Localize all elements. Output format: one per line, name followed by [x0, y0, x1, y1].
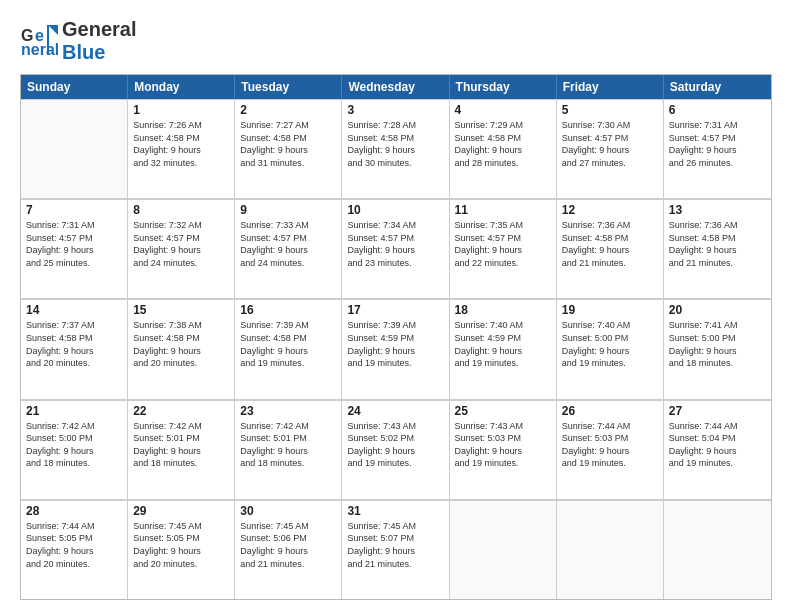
day-info: Sunrise: 7:39 AM Sunset: 4:58 PM Dayligh…	[240, 319, 336, 369]
day-info: Sunrise: 7:42 AM Sunset: 5:01 PM Dayligh…	[240, 420, 336, 470]
calendar-cell	[21, 99, 128, 198]
calendar: SundayMondayTuesdayWednesdayThursdayFrid…	[20, 74, 772, 600]
calendar-row-5: 28Sunrise: 7:44 AM Sunset: 5:05 PM Dayli…	[21, 500, 771, 599]
calendar-cell	[450, 500, 557, 599]
calendar-cell: 3Sunrise: 7:28 AM Sunset: 4:58 PM Daylig…	[342, 99, 449, 198]
day-info: Sunrise: 7:44 AM Sunset: 5:05 PM Dayligh…	[26, 520, 122, 570]
calendar-cell: 12Sunrise: 7:36 AM Sunset: 4:58 PM Dayli…	[557, 199, 664, 298]
calendar-cell: 25Sunrise: 7:43 AM Sunset: 5:03 PM Dayli…	[450, 400, 557, 499]
page: G e neral GeneralBlue SundayMondayTuesda…	[0, 0, 792, 612]
day-info: Sunrise: 7:37 AM Sunset: 4:58 PM Dayligh…	[26, 319, 122, 369]
calendar-header: SundayMondayTuesdayWednesdayThursdayFrid…	[21, 75, 771, 99]
day-info: Sunrise: 7:38 AM Sunset: 4:58 PM Dayligh…	[133, 319, 229, 369]
calendar-cell: 17Sunrise: 7:39 AM Sunset: 4:59 PM Dayli…	[342, 299, 449, 398]
day-number: 9	[240, 203, 336, 217]
calendar-cell: 16Sunrise: 7:39 AM Sunset: 4:58 PM Dayli…	[235, 299, 342, 398]
day-info: Sunrise: 7:36 AM Sunset: 4:58 PM Dayligh…	[562, 219, 658, 269]
day-info: Sunrise: 7:35 AM Sunset: 4:57 PM Dayligh…	[455, 219, 551, 269]
day-info: Sunrise: 7:34 AM Sunset: 4:57 PM Dayligh…	[347, 219, 443, 269]
calendar-cell: 6Sunrise: 7:31 AM Sunset: 4:57 PM Daylig…	[664, 99, 771, 198]
calendar-cell: 15Sunrise: 7:38 AM Sunset: 4:58 PM Dayli…	[128, 299, 235, 398]
day-number: 6	[669, 103, 766, 117]
calendar-cell: 2Sunrise: 7:27 AM Sunset: 4:58 PM Daylig…	[235, 99, 342, 198]
day-info: Sunrise: 7:28 AM Sunset: 4:58 PM Dayligh…	[347, 119, 443, 169]
day-number: 14	[26, 303, 122, 317]
day-number: 26	[562, 404, 658, 418]
calendar-cell: 4Sunrise: 7:29 AM Sunset: 4:58 PM Daylig…	[450, 99, 557, 198]
day-number: 30	[240, 504, 336, 518]
logo-icon: G e neral	[20, 21, 58, 59]
header-day-monday: Monday	[128, 75, 235, 99]
calendar-body: 1Sunrise: 7:26 AM Sunset: 4:58 PM Daylig…	[21, 99, 771, 599]
logo: G e neral GeneralBlue	[20, 16, 136, 64]
day-number: 28	[26, 504, 122, 518]
header-day-thursday: Thursday	[450, 75, 557, 99]
day-info: Sunrise: 7:31 AM Sunset: 4:57 PM Dayligh…	[669, 119, 766, 169]
day-number: 2	[240, 103, 336, 117]
day-number: 31	[347, 504, 443, 518]
day-info: Sunrise: 7:30 AM Sunset: 4:57 PM Dayligh…	[562, 119, 658, 169]
calendar-cell: 1Sunrise: 7:26 AM Sunset: 4:58 PM Daylig…	[128, 99, 235, 198]
day-number: 23	[240, 404, 336, 418]
header-day-sunday: Sunday	[21, 75, 128, 99]
day-info: Sunrise: 7:42 AM Sunset: 5:00 PM Dayligh…	[26, 420, 122, 470]
day-info: Sunrise: 7:27 AM Sunset: 4:58 PM Dayligh…	[240, 119, 336, 169]
calendar-cell: 7Sunrise: 7:31 AM Sunset: 4:57 PM Daylig…	[21, 199, 128, 298]
calendar-cell: 10Sunrise: 7:34 AM Sunset: 4:57 PM Dayli…	[342, 199, 449, 298]
header-day-tuesday: Tuesday	[235, 75, 342, 99]
calendar-cell: 13Sunrise: 7:36 AM Sunset: 4:58 PM Dayli…	[664, 199, 771, 298]
day-info: Sunrise: 7:29 AM Sunset: 4:58 PM Dayligh…	[455, 119, 551, 169]
day-info: Sunrise: 7:33 AM Sunset: 4:57 PM Dayligh…	[240, 219, 336, 269]
calendar-cell	[664, 500, 771, 599]
calendar-cell: 26Sunrise: 7:44 AM Sunset: 5:03 PM Dayli…	[557, 400, 664, 499]
day-number: 1	[133, 103, 229, 117]
day-info: Sunrise: 7:44 AM Sunset: 5:04 PM Dayligh…	[669, 420, 766, 470]
day-number: 21	[26, 404, 122, 418]
day-info: Sunrise: 7:43 AM Sunset: 5:02 PM Dayligh…	[347, 420, 443, 470]
day-number: 19	[562, 303, 658, 317]
day-number: 13	[669, 203, 766, 217]
svg-marker-3	[48, 25, 58, 35]
calendar-row-3: 14Sunrise: 7:37 AM Sunset: 4:58 PM Dayli…	[21, 299, 771, 399]
calendar-cell: 19Sunrise: 7:40 AM Sunset: 5:00 PM Dayli…	[557, 299, 664, 398]
day-number: 3	[347, 103, 443, 117]
day-info: Sunrise: 7:45 AM Sunset: 5:05 PM Dayligh…	[133, 520, 229, 570]
day-number: 15	[133, 303, 229, 317]
calendar-cell: 27Sunrise: 7:44 AM Sunset: 5:04 PM Dayli…	[664, 400, 771, 499]
logo-text: GeneralBlue	[62, 18, 136, 64]
day-number: 4	[455, 103, 551, 117]
calendar-cell: 8Sunrise: 7:32 AM Sunset: 4:57 PM Daylig…	[128, 199, 235, 298]
day-number: 12	[562, 203, 658, 217]
calendar-cell: 23Sunrise: 7:42 AM Sunset: 5:01 PM Dayli…	[235, 400, 342, 499]
day-number: 16	[240, 303, 336, 317]
day-info: Sunrise: 7:40 AM Sunset: 4:59 PM Dayligh…	[455, 319, 551, 369]
day-info: Sunrise: 7:44 AM Sunset: 5:03 PM Dayligh…	[562, 420, 658, 470]
day-info: Sunrise: 7:32 AM Sunset: 4:57 PM Dayligh…	[133, 219, 229, 269]
day-number: 17	[347, 303, 443, 317]
calendar-row-2: 7Sunrise: 7:31 AM Sunset: 4:57 PM Daylig…	[21, 199, 771, 299]
day-number: 7	[26, 203, 122, 217]
calendar-cell: 14Sunrise: 7:37 AM Sunset: 4:58 PM Dayli…	[21, 299, 128, 398]
calendar-cell: 31Sunrise: 7:45 AM Sunset: 5:07 PM Dayli…	[342, 500, 449, 599]
day-number: 24	[347, 404, 443, 418]
day-number: 11	[455, 203, 551, 217]
calendar-cell: 11Sunrise: 7:35 AM Sunset: 4:57 PM Dayli…	[450, 199, 557, 298]
calendar-cell: 18Sunrise: 7:40 AM Sunset: 4:59 PM Dayli…	[450, 299, 557, 398]
day-number: 10	[347, 203, 443, 217]
day-info: Sunrise: 7:36 AM Sunset: 4:58 PM Dayligh…	[669, 219, 766, 269]
day-number: 20	[669, 303, 766, 317]
calendar-cell: 28Sunrise: 7:44 AM Sunset: 5:05 PM Dayli…	[21, 500, 128, 599]
calendar-row-4: 21Sunrise: 7:42 AM Sunset: 5:00 PM Dayli…	[21, 400, 771, 500]
header-day-friday: Friday	[557, 75, 664, 99]
day-number: 25	[455, 404, 551, 418]
day-number: 22	[133, 404, 229, 418]
day-info: Sunrise: 7:42 AM Sunset: 5:01 PM Dayligh…	[133, 420, 229, 470]
svg-text:neral: neral	[21, 41, 58, 58]
calendar-cell: 30Sunrise: 7:45 AM Sunset: 5:06 PM Dayli…	[235, 500, 342, 599]
day-info: Sunrise: 7:45 AM Sunset: 5:07 PM Dayligh…	[347, 520, 443, 570]
day-number: 8	[133, 203, 229, 217]
header-day-wednesday: Wednesday	[342, 75, 449, 99]
day-info: Sunrise: 7:39 AM Sunset: 4:59 PM Dayligh…	[347, 319, 443, 369]
day-number: 29	[133, 504, 229, 518]
calendar-cell: 24Sunrise: 7:43 AM Sunset: 5:02 PM Dayli…	[342, 400, 449, 499]
